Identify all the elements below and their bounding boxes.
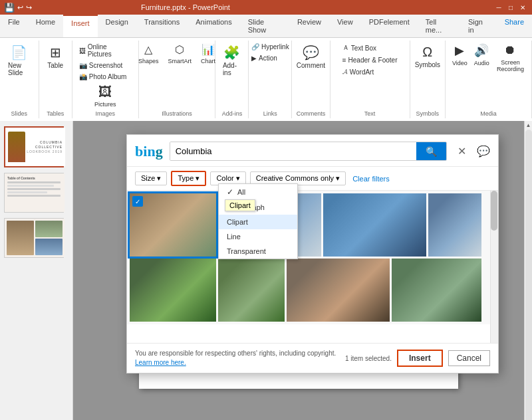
slide-thumb-container-1: 1 COLUMBIA COLLECTIVE LOOKBOOK 2019	[4, 126, 68, 167]
bing-search-input[interactable]	[170, 142, 416, 160]
minimize-btn[interactable]: ─	[493, 2, 504, 13]
undo-btn[interactable]: ↩	[17, 3, 23, 12]
online-pictures-button[interactable]: 🖼 Online Pictures	[76, 42, 134, 59]
signin-btn[interactable]: Sign in	[460, 15, 497, 37]
maximize-btn[interactable]: □	[505, 2, 516, 13]
canvas-area: COLUMBIA COLLECTIVE LOOKBOOK 2019 bing 🔍…	[73, 121, 524, 420]
smartart-button[interactable]: ⬡ SmartArt	[164, 42, 196, 66]
tab-tellme[interactable]: Tell me...	[418, 15, 460, 37]
ribbon-group-links: 🔗 Hyperlink ▶ Action Links	[249, 41, 292, 118]
tab-animations[interactable]: Animations	[188, 15, 239, 37]
dropdown-item-clipart[interactable]: Clipart	[219, 215, 297, 229]
type-filter-button[interactable]: Type ▾	[171, 171, 206, 186]
image-thumb-1[interactable]: ✓	[130, 193, 216, 257]
screenshot-button[interactable]: 📷 Screenshot	[76, 60, 134, 70]
bing-search-dialog: bing 🔍 ✕ 💬 Size ▾ Type ▾ Color ▾	[126, 134, 499, 373]
redo-btn[interactable]: ↪	[26, 3, 32, 12]
header-icon: ≡	[342, 56, 346, 64]
symbols-icon: Ω	[422, 45, 432, 60]
wordart-icon: 𝓐	[342, 68, 348, 76]
hyperlink-icon: 🔗	[251, 43, 259, 51]
ribbon-group-addins: 🧩 Add-ins Add-ins	[215, 41, 249, 118]
slide-thumb-container-3: 3	[4, 218, 68, 258]
comment-button[interactable]: 💬 Comment	[293, 42, 329, 72]
tab-slideshow[interactable]: Slide Show	[240, 15, 289, 37]
clear-filters-button[interactable]: Clear filters	[352, 175, 390, 183]
dropdown-item-line[interactable]: Line	[219, 229, 297, 244]
table-button[interactable]: ⊞ Table	[42, 42, 68, 72]
addins-button[interactable]: 🧩 Add-ins	[219, 42, 245, 79]
wordart-button[interactable]: 𝓐 WordArt	[340, 66, 400, 77]
audio-icon: 🔊	[474, 43, 489, 58]
learn-more-link[interactable]: Learn more here.	[135, 359, 186, 366]
tab-review[interactable]: Review	[289, 15, 329, 37]
ribbon-group-text: Ａ Text Box ≡ Header & Footer 𝓐 WordArt T…	[331, 41, 410, 118]
screen-recording-button[interactable]: ⏺ Screen Recording	[493, 42, 527, 74]
image-thumb-5[interactable]	[130, 259, 216, 322]
pictures-button[interactable]: 🖼 Pictures	[90, 82, 120, 110]
dropdown-item-all[interactable]: ✓ All	[219, 184, 297, 200]
close-btn[interactable]: ✕	[517, 2, 528, 13]
tab-file[interactable]: File	[0, 15, 28, 37]
title-bar-left: 💾 ↩ ↪ Furniture.pptx - PowerPoint	[4, 3, 230, 13]
clipart-tooltip: Clipart	[225, 199, 255, 211]
video-button[interactable]: ▶ Video	[450, 42, 470, 68]
smartart-icon: ⬡	[175, 43, 184, 56]
tab-home[interactable]: Home	[28, 15, 63, 37]
textbox-button[interactable]: Ａ Text Box	[340, 42, 400, 54]
image-thumb-7[interactable]	[287, 259, 390, 322]
screen-recording-icon: ⏺	[504, 43, 516, 57]
bing-footer-right: 1 item selected. Insert Cancel	[345, 350, 490, 367]
share-btn[interactable]: Share	[497, 15, 532, 37]
bing-feedback-icon: 💬	[477, 145, 490, 158]
tab-insert[interactable]: Insert	[63, 15, 98, 37]
scrollbar-thumb[interactable]	[491, 191, 497, 231]
ribbon-group-symbols: Ω Symbols Symbols	[410, 41, 446, 118]
online-pictures-icon: 🖼	[79, 47, 86, 54]
photo-album-button[interactable]: 📸 Photo Album	[76, 72, 134, 82]
table-icon: ⊞	[50, 45, 61, 60]
hyperlink-button[interactable]: 🔗 Hyperlink	[249, 42, 292, 52]
images-area: ✓	[127, 191, 498, 343]
ribbon-tabs: File Home Insert Design Transitions Anim…	[0, 15, 532, 38]
image-thumb-6[interactable]	[218, 259, 285, 322]
scroll-track[interactable]	[525, 130, 532, 420]
bing-close-button[interactable]: ✕	[454, 144, 470, 159]
slide-thumb-2[interactable]: Table of Contents	[4, 173, 64, 213]
insert-button[interactable]: Insert	[397, 350, 443, 367]
new-slide-icon: 📄	[11, 45, 27, 60]
app-icon: 💾	[4, 3, 15, 13]
slides-panel: 1 COLUMBIA COLLECTIVE LOOKBOOK 2019 2	[0, 121, 73, 420]
shapes-button[interactable]: △ Shapes	[134, 42, 163, 66]
screenshot-icon: 📷	[79, 62, 87, 69]
new-slide-button[interactable]: 📄 New Slide	[4, 42, 35, 79]
slide-thumb-container-2: 2 Table of Contents	[4, 173, 68, 213]
ribbon-group-images: 🖼 Online Pictures 📷 Screenshot 📸 Photo A…	[72, 41, 139, 118]
cancel-button[interactable]: Cancel	[448, 350, 490, 366]
slide-thumb-3[interactable]	[4, 218, 64, 258]
bing-images-grid: ✓	[127, 191, 498, 324]
header-footer-button[interactable]: ≡ Header & Footer	[340, 55, 400, 65]
image-thumb-8[interactable]	[392, 259, 481, 322]
ribbon-group-media: ▶ Video 🔊 Audio ⏺ Screen Recording Media	[446, 41, 532, 118]
image-thumb-3[interactable]	[323, 193, 426, 257]
tab-view[interactable]: View	[329, 15, 361, 37]
size-filter-button[interactable]: Size ▾	[135, 171, 167, 185]
symbols-button[interactable]: Ω Symbols	[411, 42, 444, 71]
tab-design[interactable]: Design	[98, 15, 136, 37]
type-dropdown-menu: ✓ All Photograph Clipart Line Transparen…	[218, 183, 298, 259]
dropdown-item-transparent[interactable]: Transparent	[219, 244, 297, 259]
chart-icon: 📊	[201, 43, 215, 56]
action-button[interactable]: ▶ Action	[249, 53, 292, 63]
slide-thumb-1[interactable]: COLUMBIA COLLECTIVE LOOKBOOK 2019	[4, 126, 64, 167]
ribbon-group-illustrations: △ Shapes ⬡ SmartArt 📊 Chart Illustration…	[139, 41, 216, 118]
scroll-up-arrow[interactable]: ▲	[526, 122, 531, 128]
images-scrollbar[interactable]	[490, 191, 498, 343]
tab-pdfelement[interactable]: PDFelement	[361, 15, 418, 37]
image-thumb-4[interactable]	[428, 193, 481, 257]
bing-search-button[interactable]: 🔍	[416, 142, 446, 160]
tab-transitions[interactable]: Transitions	[136, 15, 188, 37]
audio-button[interactable]: 🔊 Audio	[471, 42, 492, 68]
main-area: 1 COLUMBIA COLLECTIVE LOOKBOOK 2019 2	[0, 121, 532, 420]
main-scrollbar[interactable]: ▲ ▼	[524, 121, 532, 420]
